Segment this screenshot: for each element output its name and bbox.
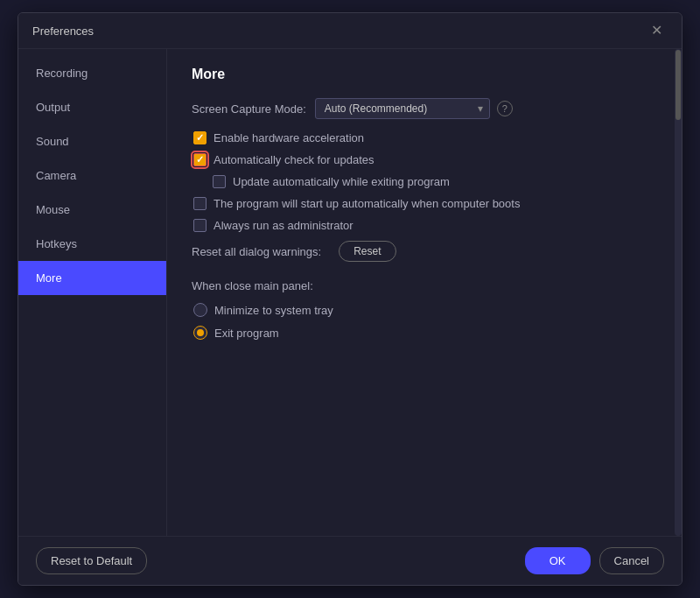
scrollbar-track[interactable]: [675, 49, 682, 536]
update-exit-checkbox[interactable]: [213, 175, 226, 188]
reset-dialog-row: Reset all dialog warnings: Reset: [192, 241, 657, 262]
screen-capture-select-container: Auto (Recommended): [315, 98, 490, 119]
update-exit-row: Update automatically while exiting progr…: [192, 175, 657, 188]
reset-dialog-button[interactable]: Reset: [339, 241, 396, 262]
auto-update-checkmark: ✓: [196, 155, 204, 165]
preferences-dialog: Preferences ✕ Recording Output Sound Cam…: [18, 12, 682, 586]
hw-accel-checkbox[interactable]: ✓: [193, 131, 206, 144]
auto-start-label[interactable]: The program will start up automatically …: [214, 197, 520, 210]
sidebar-item-mouse[interactable]: Mouse: [18, 193, 166, 227]
sidebar-item-camera[interactable]: Camera: [18, 158, 166, 193]
sidebar-item-sound[interactable]: Sound: [18, 124, 166, 158]
help-icon[interactable]: ?: [497, 101, 513, 116]
exit-radio-row: Exit program: [192, 326, 657, 340]
auto-update-checkbox[interactable]: ✓: [193, 153, 206, 166]
cancel-button[interactable]: Cancel: [599, 547, 664, 574]
sidebar-item-output[interactable]: Output: [18, 90, 166, 124]
screen-capture-controls: Auto (Recommended) ?: [315, 98, 513, 119]
sidebar-item-more[interactable]: More: [18, 261, 166, 295]
minimize-radio-row: Minimize to system tray: [192, 303, 657, 317]
hw-accel-checkmark: ✓: [196, 133, 204, 143]
screen-capture-row: Screen Capture Mode: Auto (Recommended) …: [192, 98, 657, 119]
sidebar: Recording Output Sound Camera Mouse Hotk…: [18, 49, 167, 536]
auto-start-checkbox[interactable]: [193, 197, 206, 210]
content-area: More Screen Capture Mode: Auto (Recommen…: [167, 49, 682, 536]
dialog-title: Preferences: [32, 25, 94, 38]
sidebar-item-hotkeys[interactable]: Hotkeys: [18, 227, 166, 261]
hw-accel-label[interactable]: Enable hardware acceleration: [214, 131, 364, 144]
run-admin-checkbox[interactable]: [193, 219, 206, 232]
auto-update-row: ✓ Automatically check for updates: [192, 153, 657, 166]
footer-left: Reset to Default: [36, 547, 147, 574]
exit-radio[interactable]: [193, 326, 207, 340]
minimize-radio-label[interactable]: Minimize to system tray: [214, 304, 333, 317]
reset-default-button[interactable]: Reset to Default: [36, 547, 147, 574]
auto-update-label[interactable]: Automatically check for updates: [214, 153, 374, 166]
ok-button[interactable]: OK: [525, 547, 591, 574]
content-wrapper: More Screen Capture Mode: Auto (Recommen…: [167, 49, 682, 536]
main-content: Recording Output Sound Camera Mouse Hotk…: [18, 49, 682, 536]
page-title: More: [192, 67, 657, 82]
close-button[interactable]: ✕: [646, 22, 668, 39]
scrollbar-thumb[interactable]: [676, 50, 681, 120]
screen-capture-label: Screen Capture Mode:: [192, 102, 306, 116]
run-admin-row: Always run as administrator: [192, 219, 657, 232]
auto-start-row: The program will start up automatically …: [192, 197, 657, 210]
exit-radio-label[interactable]: Exit program: [214, 327, 279, 340]
run-admin-label[interactable]: Always run as administrator: [214, 219, 354, 232]
reset-dialog-label: Reset all dialog warnings:: [192, 245, 321, 258]
footer: Reset to Default OK Cancel: [18, 536, 682, 585]
screen-capture-select[interactable]: Auto (Recommended): [315, 98, 490, 119]
title-bar: Preferences ✕: [18, 13, 682, 49]
close-panel-label: When close main panel:: [192, 279, 657, 292]
minimize-radio[interactable]: [193, 303, 207, 317]
footer-right: OK Cancel: [525, 547, 664, 574]
sidebar-item-recording[interactable]: Recording: [18, 56, 166, 90]
hw-accel-row: ✓ Enable hardware acceleration: [192, 131, 657, 144]
update-exit-label[interactable]: Update automatically while exiting progr…: [233, 175, 450, 188]
